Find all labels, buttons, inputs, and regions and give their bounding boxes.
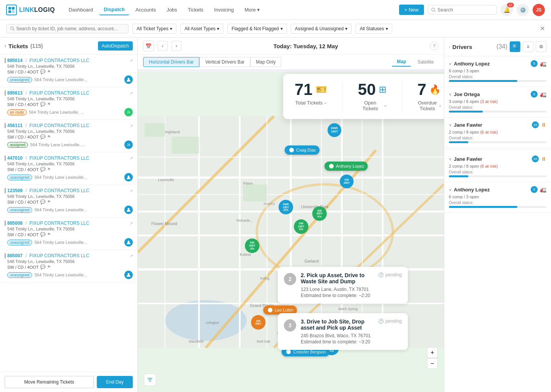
list-item[interactable]: ∨ Anthony Lopez 9 🚛 6 comp / 3 open Over… — [444, 182, 551, 213]
zoom-out-button[interactable]: − — [427, 358, 438, 369]
ticket-type-filter[interactable]: All Ticket Types ▾ — [132, 24, 176, 34]
table-row[interactable]: 447010 / FIXUP CONTRACTORS LLC ↗ 548 Tri… — [0, 152, 137, 185]
drivers-expand-icon[interactable]: › — [449, 45, 450, 49]
driver-collapse-icon[interactable]: ∨ — [449, 188, 452, 192]
driver-progress-bar — [449, 206, 546, 208]
flag-icon[interactable]: ⚑ — [47, 69, 51, 74]
map-filter-button[interactable] — [144, 374, 156, 386]
list-item[interactable]: ∨ Jane Fawler 10 ⏸ 2 comp / 8 open (6 at… — [444, 152, 551, 182]
calendar-button[interactable]: 📅 — [143, 41, 154, 51]
map-marker[interactable]: SW450TKie — [312, 206, 327, 221]
main-nav: Dashboard Dispatch Accounts Jobs Tickets… — [64, 4, 399, 15]
nav-accounts[interactable]: Accounts — [131, 5, 160, 15]
flag-icon[interactable]: ⚑ — [47, 232, 51, 237]
user-avatar[interactable]: JS — [533, 4, 545, 16]
driver-avatar-sm[interactable]: Js — [124, 140, 133, 149]
view-horizontal-drivers-bar[interactable]: Horizontal Drivers Bar — [143, 57, 199, 67]
flag-icon[interactable]: ⚑ — [47, 167, 51, 172]
map-prev-button[interactable]: ‹ — [158, 41, 168, 51]
auto-dispatch-button[interactable]: AutoDispatch — [98, 41, 133, 51]
task-card-content: 2. Pick up Asset, Drive to Waste Site an… — [301, 272, 402, 298]
comment-icon[interactable]: 💬 — [40, 265, 46, 270]
table-row[interactable]: 123509 / FIXUP CONTRACTORS LLC ↗ 548 Tri… — [0, 185, 137, 217]
view-vertical-drivers-bar[interactable]: Vertical Drivers Bar — [199, 57, 250, 67]
flag-icon[interactable]: ⚑ — [47, 134, 51, 139]
driver-assign-icon[interactable] — [124, 271, 133, 279]
external-link-icon[interactable]: ↗ — [130, 59, 133, 63]
driver-map-label[interactable]: Anthony Lopez — [324, 162, 368, 171]
nav-more[interactable]: More ▾ — [240, 5, 264, 15]
map-marker[interactable]: SW300TJOr — [245, 238, 259, 253]
drivers-panel-header: › Drivers (34) 🔍 ≡ ⚙ — [444, 38, 551, 56]
driver-assign-icon[interactable] — [124, 75, 133, 84]
search-input[interactable] — [437, 7, 491, 13]
nav-invoicing[interactable]: Invoicing — [210, 5, 238, 15]
settings-button[interactable]: ⚙️ — [517, 4, 529, 16]
status-filter[interactable]: All Statuses ▾ — [355, 24, 392, 34]
assigned-filter[interactable]: Assigned & Unassigned ▾ — [291, 24, 352, 34]
driver-assign-icon[interactable] — [124, 173, 133, 181]
filter-close-button[interactable]: ✕ — [540, 25, 545, 32]
map-marker[interactable]: SW200TKie — [294, 219, 308, 234]
end-day-button[interactable]: End Day — [97, 376, 133, 388]
notifications-button[interactable]: 🔔 12 — [500, 4, 513, 16]
filter-search-input[interactable] — [16, 26, 124, 31]
tickets-collapse-icon[interactable]: ‹ — [5, 43, 6, 49]
map-next-button[interactable]: › — [171, 41, 181, 51]
driver-collapse-icon[interactable]: ∨ — [449, 62, 452, 66]
list-item[interactable]: ∨ Anthony Lopez 9 🚛 6 comp / 3 open Over… — [444, 56, 551, 87]
zoom-in-button[interactable]: + — [427, 347, 438, 358]
external-link-icon[interactable]: ↗ — [130, 189, 133, 193]
map-type-map-button[interactable]: Map — [392, 57, 411, 67]
ticket-company: FIXUP CONTRACTORS LLC — [29, 90, 89, 96]
external-link-icon[interactable]: ↗ — [130, 254, 133, 258]
list-item[interactable]: ∨ Joe Ortega 9 🚛 3 comp / 6 open (3 at r… — [444, 87, 551, 118]
external-link-icon[interactable]: ↗ — [130, 221, 133, 225]
table-row[interactable]: 885007 / FIXUP CONTRACTORS LLC ↗ 548 Tri… — [0, 250, 137, 283]
driver-assign-icon[interactable] — [124, 206, 133, 214]
drivers-settings-button[interactable]: ⚙ — [536, 41, 546, 52]
comment-icon[interactable]: 💬 — [40, 199, 46, 204]
nav-tickets[interactable]: Tickets — [183, 5, 208, 15]
driver-map-label[interactable]: Craig Dias — [285, 145, 320, 155]
driver-assign-icon[interactable] — [124, 238, 133, 247]
view-map-only[interactable]: Map Only — [250, 57, 281, 67]
flag-icon[interactable]: ⚑ — [47, 199, 51, 204]
map-marker[interactable]: DNR150T — [328, 123, 341, 137]
driver-avatar-sm[interactable]: Js — [124, 108, 133, 116]
nav-dashboard[interactable]: Dashboard — [64, 5, 98, 15]
move-remaining-tickets-button[interactable]: Move Remaining Tickets — [5, 376, 94, 388]
table-row[interactable]: 456111 / FIXUP CONTRACTORS LLC ↗ 548 Tri… — [0, 120, 137, 152]
flag-icon[interactable]: ⚑ — [47, 102, 51, 107]
nav-jobs[interactable]: Jobs — [162, 5, 181, 15]
driver-collapse-icon[interactable]: ∨ — [449, 123, 452, 127]
filter-search-box[interactable] — [6, 24, 129, 33]
external-link-icon[interactable]: ↗ — [130, 91, 133, 95]
nav-dispatch[interactable]: Dispatch — [99, 4, 129, 15]
table-row[interactable]: 885014 / FIXUP CONTRACTORS LLC ↗ 548 Tri… — [0, 55, 137, 87]
global-search-box[interactable] — [428, 5, 497, 15]
driver-collapse-icon[interactable]: ∨ — [449, 92, 452, 96]
driver-status-label: Overall status: — [449, 170, 546, 174]
map-marker[interactable]: SW450T — [340, 175, 354, 188]
drivers-search-button[interactable]: 🔍 — [510, 41, 520, 52]
table-row[interactable]: 895613 / FIXUP CONTRACTORS LLC ↗ 548 Tri… — [0, 87, 137, 120]
comment-icon[interactable]: 💬 — [40, 134, 46, 139]
external-link-icon[interactable]: ↗ — [130, 156, 133, 160]
comment-icon[interactable]: 💬 — [40, 232, 46, 237]
map-help-button[interactable]: ? — [430, 42, 439, 50]
flag-icon[interactable]: ⚑ — [47, 265, 51, 270]
new-button[interactable]: + New — [399, 5, 424, 15]
map-type-satellite-button[interactable]: Satellite — [413, 57, 439, 67]
external-link-icon[interactable]: ↗ — [130, 124, 133, 128]
comment-icon[interactable]: 💬 — [40, 167, 46, 172]
asset-type-filter[interactable]: All Asset Types ▾ — [180, 24, 223, 34]
driver-collapse-icon[interactable]: ∨ — [449, 157, 452, 161]
table-row[interactable]: 885008 / FIXUP CONTRACTORS LLC ↗ 548 Tri… — [0, 217, 137, 250]
comment-icon[interactable]: 💬 — [40, 69, 46, 74]
flagged-filter[interactable]: Flagged & Not Flagged ▾ — [227, 24, 287, 34]
list-item[interactable]: ∨ Jane Fawler 10 ⏸ 2 comp / 8 open (6 at… — [444, 118, 551, 148]
driver-progress-bar — [449, 141, 546, 143]
comment-icon[interactable]: 💬 — [40, 102, 46, 107]
drivers-filter-button[interactable]: ≡ — [523, 41, 533, 52]
